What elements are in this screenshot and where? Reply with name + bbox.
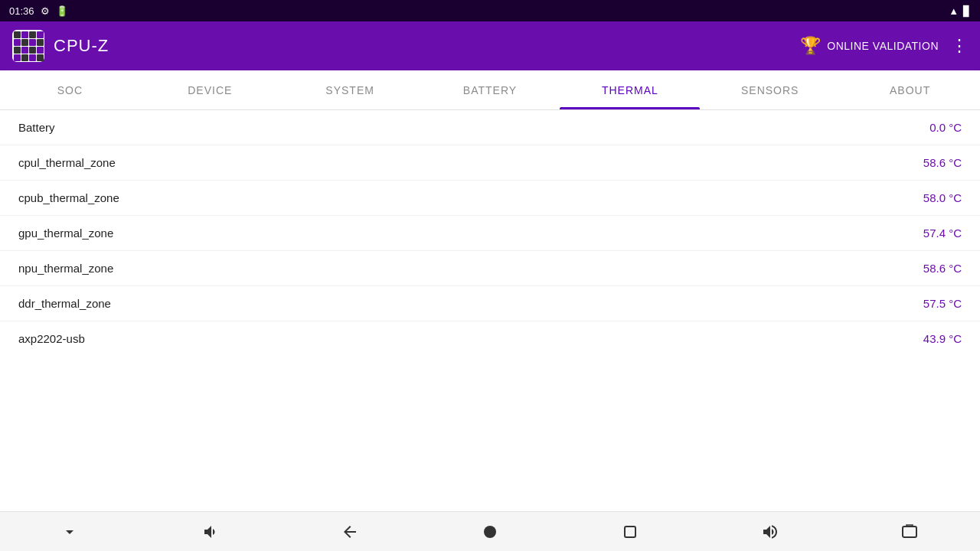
- thermal-row-cpub: cpub_thermal_zone 58.0 °C: [0, 181, 980, 216]
- online-validation-label: ONLINE VALIDATION: [827, 40, 939, 52]
- thermal-value-cpub: 58.0 °C: [923, 191, 962, 204]
- more-options-icon[interactable]: ⋮: [951, 36, 968, 56]
- tab-thermal[interactable]: THERMAL: [560, 70, 700, 109]
- tab-soc[interactable]: SOC: [0, 70, 140, 109]
- tab-device[interactable]: DEVICE: [140, 70, 280, 109]
- nav-screenshot[interactable]: [891, 514, 928, 550]
- wifi-icon: ▲: [949, 5, 959, 17]
- app-logo: [12, 30, 44, 62]
- nav-volume-down[interactable]: [191, 514, 228, 550]
- thermal-value-ddr: 57.5 °C: [923, 297, 962, 310]
- thermal-row-battery: Battery 0.0 °C: [0, 110, 980, 145]
- nav-home[interactable]: [472, 514, 508, 550]
- battery-status-icon: 🔋: [56, 5, 68, 17]
- svg-rect-2: [903, 527, 916, 537]
- thermal-value-cpul: 58.6 °C: [923, 156, 962, 169]
- nav-recents[interactable]: [612, 514, 648, 550]
- trophy-icon: 🏆: [800, 36, 822, 56]
- thermal-value-axp: 43.9 °C: [923, 332, 962, 345]
- tab-bar: SOC DEVICE SYSTEM BATTERY THERMAL SENSOR…: [0, 70, 980, 110]
- thermal-label-ddr: ddr_thermal_zone: [18, 297, 111, 310]
- thermal-label-cpub: cpub_thermal_zone: [18, 191, 119, 204]
- app-title: CPU-Z: [54, 36, 109, 56]
- app-bar-left: CPU-Z: [12, 30, 109, 62]
- settings-icon: ⚙: [41, 5, 50, 17]
- online-validation-button[interactable]: 🏆 ONLINE VALIDATION: [800, 36, 939, 56]
- thermal-row-ddr: ddr_thermal_zone 57.5 °C: [0, 286, 980, 321]
- thermal-content: Battery 0.0 °C cpul_thermal_zone 58.6 °C…: [0, 110, 980, 356]
- app-bar-right: 🏆 ONLINE VALIDATION ⋮: [800, 36, 968, 56]
- thermal-row-npu: npu_thermal_zone 58.6 °C: [0, 251, 980, 286]
- svg-rect-1: [625, 527, 635, 537]
- thermal-row-axp: axp2202-usb 43.9 °C: [0, 321, 980, 356]
- thermal-value-npu: 58.6 °C: [923, 262, 962, 275]
- thermal-label-cpul: cpul_thermal_zone: [18, 156, 116, 169]
- status-time: 01:36: [9, 5, 34, 17]
- status-bar-left: 01:36 ⚙ 🔋: [9, 5, 68, 17]
- battery-icon: ▊: [963, 5, 971, 17]
- thermal-row-cpul: cpul_thermal_zone 58.6 °C: [0, 145, 980, 181]
- bottom-nav: [0, 511, 980, 551]
- thermal-label-npu: npu_thermal_zone: [18, 262, 113, 275]
- app-bar: CPU-Z 🏆 ONLINE VALIDATION ⋮: [0, 21, 980, 70]
- tab-sensors[interactable]: SENSORS: [700, 70, 840, 109]
- nav-volume-up[interactable]: [752, 514, 789, 550]
- thermal-label-battery: Battery: [18, 121, 55, 134]
- nav-back[interactable]: [332, 514, 368, 550]
- thermal-row-gpu: gpu_thermal_zone 57.4 °C: [0, 216, 980, 251]
- thermal-value-gpu: 57.4 °C: [923, 227, 962, 240]
- thermal-label-gpu: gpu_thermal_zone: [18, 227, 113, 240]
- tab-battery[interactable]: BATTERY: [420, 70, 560, 109]
- nav-chevron-down[interactable]: [51, 514, 88, 550]
- status-bar: 01:36 ⚙ 🔋 ▲ ▊: [0, 0, 980, 21]
- status-bar-right: ▲ ▊: [949, 5, 971, 17]
- thermal-label-axp: axp2202-usb: [18, 332, 85, 345]
- thermal-value-battery: 0.0 °C: [929, 121, 962, 134]
- tab-system[interactable]: SYSTEM: [280, 70, 420, 109]
- svg-point-0: [484, 526, 496, 538]
- tab-about[interactable]: ABOUT: [840, 70, 980, 109]
